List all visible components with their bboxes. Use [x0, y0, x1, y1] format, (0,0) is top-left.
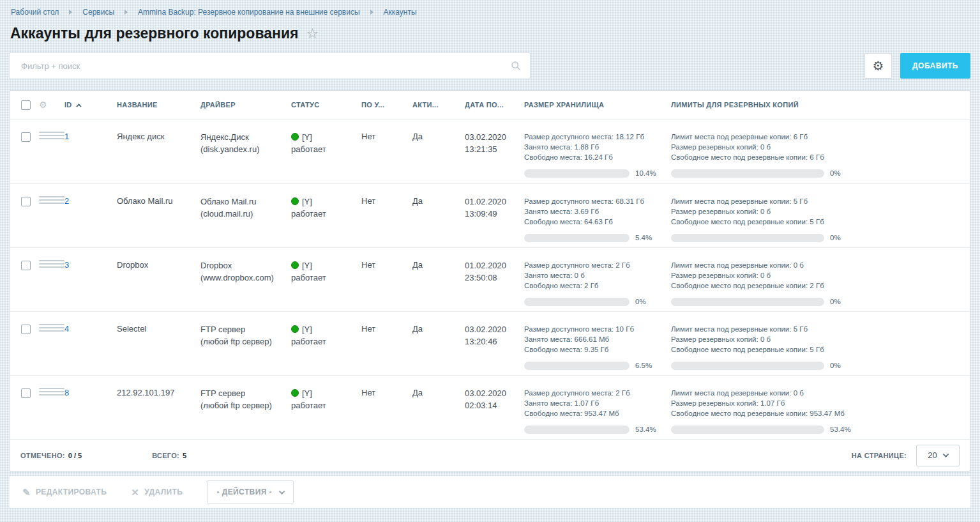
header-gear-icon[interactable]: ⚙	[39, 100, 47, 110]
edit-button[interactable]: ✎ РЕДАКТИРОВАТЬ	[22, 487, 107, 497]
storage-percent: 5.4%	[635, 233, 652, 243]
edit-button-label: РЕДАКТИРОВАТЬ	[36, 487, 107, 496]
limits-percent: 0%	[830, 168, 841, 178]
chevron-down-icon	[278, 488, 285, 495]
row-limits: Лимит места под резервные копии: 5 Гб Ра…	[671, 184, 970, 243]
row-name: Облако Mail.ru	[117, 184, 200, 206]
row-default: Нет	[361, 119, 412, 141]
row-driver: Облако Mail.ru (cloud.mail.ru)	[200, 184, 291, 220]
storage-progress-bar	[524, 169, 629, 178]
row-status: [Y] работает	[291, 248, 361, 284]
row-id-link[interactable]: 2	[64, 196, 69, 206]
total-label: ВСЕГО:	[152, 452, 179, 459]
row-driver: FTP сервер (любой ftp сервер)	[200, 376, 291, 412]
page-title: Аккаунты для резервного копирования	[10, 25, 299, 42]
checked-label: ОТМЕЧЕНО:	[20, 452, 65, 459]
row-status: [Y] работает	[291, 312, 361, 348]
row-menu-icon[interactable]	[39, 324, 64, 332]
row-id-link[interactable]: 3	[64, 260, 69, 270]
row-status: [Y] работает	[291, 119, 361, 156]
row-menu-icon[interactable]	[39, 132, 64, 139]
breadcrumb-item-accounts[interactable]: Аккаунты	[384, 8, 417, 17]
search-icon[interactable]	[511, 61, 521, 73]
column-header-name[interactable]: НАЗВАНИЕ	[117, 101, 200, 109]
breadcrumb-item-services[interactable]: Сервисы	[82, 8, 114, 17]
table-row: 2 Облако Mail.ru Облако Mail.ru (cloud.m…	[10, 183, 970, 247]
row-checkbox[interactable]	[21, 325, 31, 334]
column-header-active[interactable]: АКТИ...	[412, 101, 465, 109]
sort-asc-icon	[76, 104, 81, 109]
row-id-link[interactable]: 4	[64, 324, 69, 334]
row-default: Нет	[361, 376, 412, 397]
per-page-value: 20	[928, 450, 937, 460]
row-menu-icon[interactable]	[39, 196, 64, 204]
add-button[interactable]: ДОБАВИТЬ	[900, 53, 970, 79]
row-storage: Размер доступного места: 10 Гб Занято ме…	[524, 312, 671, 371]
column-header-storage[interactable]: РАЗМЕР ХРАНИЛИЩА	[524, 101, 671, 109]
row-storage: Размер доступного места: 18.12 Гб Занято…	[524, 119, 671, 178]
actions-dropdown[interactable]: - ДЕЙСТВИЯ -	[207, 480, 294, 503]
table-footer: ОТМЕЧЕНО: 0 / 5 ВСЕГО: 5 НА СТРАНИЦЕ: 20	[10, 439, 970, 471]
storage-percent: 6.5%	[635, 360, 652, 371]
row-driver: Яндекс.Диск (disk.yandex.ru)	[200, 119, 291, 156]
breadcrumb-item-ammina-backup[interactable]: Ammina Backup: Резервное копирование на …	[138, 8, 360, 17]
storage-progress-bar	[524, 298, 629, 306]
column-header-driver[interactable]: ДРАЙВЕР	[200, 101, 291, 109]
row-limits: Лимит места под резервные копии: 6 Гб Ра…	[671, 119, 970, 178]
row-default: Нет	[361, 184, 412, 206]
status-green-dot-icon	[291, 197, 299, 205]
column-header-limits[interactable]: ЛИМИТЫ ДЛЯ РЕЗЕРВНЫХ КОПИЙ	[671, 101, 970, 109]
row-storage: Размер доступного места: 2 Гб Занято мес…	[524, 376, 671, 434]
pencil-icon: ✎	[22, 487, 31, 497]
status-green-dot-icon	[291, 261, 299, 269]
row-name: 212.92.101.197	[117, 376, 200, 397]
breadcrumb: Рабочий стол Сервисы Ammina Backup: Резе…	[0, 0, 980, 17]
favorite-star-icon[interactable]: ☆	[306, 27, 319, 41]
row-storage: Размер доступного места: 2 Гб Занято мес…	[524, 248, 671, 307]
table-header: ⚙ ID НАЗВАНИЕ ДРАЙВЕР СТАТУС ПО У... АКТ…	[10, 91, 970, 119]
select-all-checkbox[interactable]	[21, 100, 31, 110]
table-body: 1 Яндекс диск Яндекс.Диск (disk.yandex.r…	[10, 119, 970, 439]
chevron-right-icon	[124, 10, 128, 15]
row-checkbox[interactable]	[21, 388, 31, 398]
column-header-default[interactable]: ПО У...	[361, 101, 412, 109]
column-header-id[interactable]: ID	[64, 101, 117, 109]
chevron-right-icon	[370, 10, 373, 15]
chevron-right-icon	[69, 10, 72, 15]
row-checkbox[interactable]	[21, 197, 31, 206]
status-green-dot-icon	[291, 133, 299, 141]
limits-progress-bar	[671, 298, 824, 306]
close-icon: ✕	[131, 487, 139, 497]
limits-progress-bar	[671, 234, 824, 242]
row-id-link[interactable]: 1	[64, 132, 69, 141]
column-header-date[interactable]: ДАТА ПО...	[465, 101, 524, 109]
row-id-link[interactable]: 8	[64, 388, 69, 397]
storage-percent: 0%	[635, 296, 646, 307]
status-green-dot-icon	[291, 325, 299, 333]
limits-percent: 53.4%	[830, 424, 851, 434]
limits-percent: 0%	[830, 296, 841, 307]
row-active: Да	[412, 184, 465, 206]
per-page-select[interactable]: 20	[916, 445, 960, 466]
row-name: Яндекс диск	[117, 119, 200, 141]
row-active: Да	[412, 376, 465, 397]
row-status: [Y] работает	[291, 376, 361, 412]
filter-box	[10, 53, 530, 79]
breadcrumb-item-desktop[interactable]: Рабочий стол	[11, 8, 59, 17]
row-default: Нет	[361, 312, 412, 334]
delete-button[interactable]: ✕ УДАЛИТЬ	[131, 487, 183, 497]
column-header-status[interactable]: СТАТУС	[291, 101, 361, 109]
toolbar: ⚙ ДОБАВИТЬ	[0, 42, 980, 79]
row-menu-icon[interactable]	[39, 388, 64, 395]
row-date: 01.02.2020 13:09:49	[465, 184, 524, 220]
row-limits: Лимит места под резервные копии: 0 б Раз…	[671, 376, 970, 434]
title-row: Аккаунты для резервного копирования ☆	[0, 17, 980, 42]
actions-dropdown-label: - ДЕЙСТВИЯ -	[217, 487, 272, 496]
limits-percent: 0%	[830, 233, 841, 243]
row-menu-icon[interactable]	[39, 260, 64, 268]
row-checkbox[interactable]	[21, 261, 31, 270]
row-default: Нет	[361, 248, 412, 270]
row-checkbox[interactable]	[21, 132, 31, 142]
grid-settings-button[interactable]: ⚙	[864, 53, 892, 79]
search-input[interactable]	[10, 53, 530, 79]
